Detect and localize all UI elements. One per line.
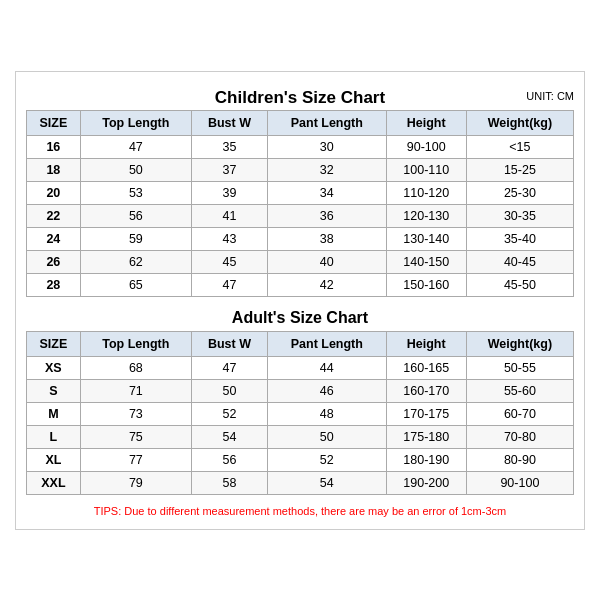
child-header-bust-w: Bust W [191, 110, 267, 135]
table-cell: <15 [466, 135, 573, 158]
table-cell: 52 [267, 448, 386, 471]
table-cell: 30-35 [466, 204, 573, 227]
table-cell: 77 [80, 448, 191, 471]
table-cell: 35-40 [466, 227, 573, 250]
child-header-height: Height [386, 110, 466, 135]
table-cell: 56 [80, 204, 191, 227]
children-table-body: 1647353090-100<1518503732100-11015-25205… [27, 135, 574, 296]
size-chart-container: Children's Size Chart UNIT: CM SIZE Top … [15, 71, 585, 530]
child-header-top-length: Top Length [80, 110, 191, 135]
table-cell: 160-165 [386, 356, 466, 379]
table-cell: 50 [267, 425, 386, 448]
adult-header-pant-length: Pant Length [267, 331, 386, 356]
table-cell: 73 [80, 402, 191, 425]
table-cell: 34 [267, 181, 386, 204]
table-cell: 70-80 [466, 425, 573, 448]
table-cell: 59 [80, 227, 191, 250]
adult-header-size: SIZE [27, 331, 81, 356]
child-header-pant-length: Pant Length [267, 110, 386, 135]
unit-label: UNIT: CM [526, 90, 574, 102]
table-cell: 50 [191, 379, 267, 402]
table-cell: XXL [27, 471, 81, 494]
table-cell: XS [27, 356, 81, 379]
table-cell: 60-70 [466, 402, 573, 425]
table-cell: 46 [267, 379, 386, 402]
table-row: 22564136120-13030-35 [27, 204, 574, 227]
adult-size-table: SIZE Top Length Bust W Pant Length Heigh… [26, 331, 574, 495]
table-cell: 20 [27, 181, 81, 204]
table-row: XXL795854190-20090-100 [27, 471, 574, 494]
adult-header-bust-w: Bust W [191, 331, 267, 356]
table-cell: S [27, 379, 81, 402]
table-cell: 53 [80, 181, 191, 204]
table-cell: 65 [80, 273, 191, 296]
table-cell: 40 [267, 250, 386, 273]
adult-header-top-length: Top Length [80, 331, 191, 356]
table-row: 1647353090-100<15 [27, 135, 574, 158]
table-cell: 160-170 [386, 379, 466, 402]
table-cell: 48 [267, 402, 386, 425]
table-cell: 54 [191, 425, 267, 448]
table-cell: 130-140 [386, 227, 466, 250]
adult-header-row: SIZE Top Length Bust W Pant Length Heigh… [27, 331, 574, 356]
table-row: XS684744160-16550-55 [27, 356, 574, 379]
table-cell: 41 [191, 204, 267, 227]
table-cell: 15-25 [466, 158, 573, 181]
table-cell: 36 [267, 204, 386, 227]
table-cell: 52 [191, 402, 267, 425]
table-cell: 54 [267, 471, 386, 494]
table-cell: 180-190 [386, 448, 466, 471]
table-cell: 44 [267, 356, 386, 379]
adult-chart-title: Adult's Size Chart [26, 301, 574, 331]
adult-table-body: XS684744160-16550-55S715046160-17055-60M… [27, 356, 574, 494]
table-cell: 140-150 [386, 250, 466, 273]
table-cell: 45 [191, 250, 267, 273]
children-chart-title: Children's Size Chart UNIT: CM [26, 82, 574, 110]
table-cell: 42 [267, 273, 386, 296]
table-cell: 90-100 [386, 135, 466, 158]
table-cell: 120-130 [386, 204, 466, 227]
table-cell: 45-50 [466, 273, 573, 296]
table-cell: 62 [80, 250, 191, 273]
children-title-text: Children's Size Chart [215, 88, 385, 107]
table-row: 24594338130-14035-40 [27, 227, 574, 250]
table-cell: 28 [27, 273, 81, 296]
table-cell: 39 [191, 181, 267, 204]
table-cell: 22 [27, 204, 81, 227]
adult-header-weight: Weight(kg) [466, 331, 573, 356]
table-row: XL775652180-19080-90 [27, 448, 574, 471]
table-cell: L [27, 425, 81, 448]
table-cell: 79 [80, 471, 191, 494]
table-cell: 43 [191, 227, 267, 250]
child-header-size: SIZE [27, 110, 81, 135]
children-size-table: SIZE Top Length Bust W Pant Length Heigh… [26, 110, 574, 297]
table-cell: 170-175 [386, 402, 466, 425]
table-row: 26624540140-15040-45 [27, 250, 574, 273]
table-row: 28654742150-16045-50 [27, 273, 574, 296]
table-cell: M [27, 402, 81, 425]
table-cell: 55-60 [466, 379, 573, 402]
table-cell: 40-45 [466, 250, 573, 273]
table-row: M735248170-17560-70 [27, 402, 574, 425]
table-cell: 110-120 [386, 181, 466, 204]
table-cell: 71 [80, 379, 191, 402]
table-cell: 175-180 [386, 425, 466, 448]
table-cell: 50-55 [466, 356, 573, 379]
table-row: 20533934110-12025-30 [27, 181, 574, 204]
table-cell: 37 [191, 158, 267, 181]
table-row: L755450175-18070-80 [27, 425, 574, 448]
table-cell: 25-30 [466, 181, 573, 204]
table-cell: 90-100 [466, 471, 573, 494]
table-cell: 47 [191, 273, 267, 296]
children-header-row: SIZE Top Length Bust W Pant Length Heigh… [27, 110, 574, 135]
table-cell: 50 [80, 158, 191, 181]
table-cell: 47 [80, 135, 191, 158]
table-cell: 30 [267, 135, 386, 158]
table-cell: 68 [80, 356, 191, 379]
table-cell: 100-110 [386, 158, 466, 181]
table-cell: 26 [27, 250, 81, 273]
table-cell: 38 [267, 227, 386, 250]
table-cell: 58 [191, 471, 267, 494]
table-cell: 24 [27, 227, 81, 250]
table-row: S715046160-17055-60 [27, 379, 574, 402]
